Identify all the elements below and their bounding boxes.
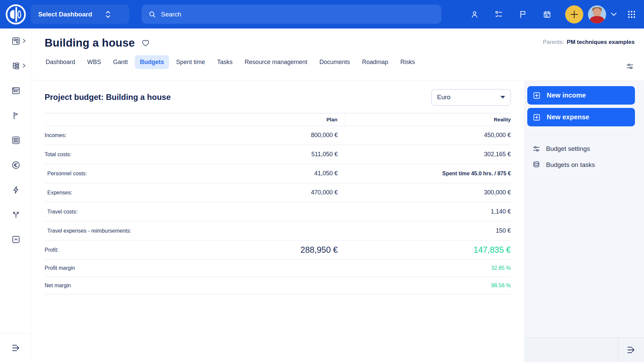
budget-row-profit: Profit:288,950 €147,835 € xyxy=(45,241,511,260)
archive-up-icon xyxy=(11,235,20,244)
sidebar-item-modules[interactable] xyxy=(0,128,32,153)
panel-footer xyxy=(524,337,644,362)
search-icon xyxy=(148,10,156,18)
budget-row-expenses: Expenses:470,000 €300,000 € xyxy=(45,183,511,202)
collapse-panel-button[interactable] xyxy=(618,338,644,362)
reality-value: 302,165 € xyxy=(345,151,511,158)
budget-settings-link[interactable]: Budget settings xyxy=(527,141,635,157)
plan-value: 800,000 € xyxy=(194,132,345,139)
tab-budgets[interactable]: Budgets xyxy=(135,55,169,69)
user-icon[interactable] xyxy=(470,10,479,19)
new-income-label: New income xyxy=(547,92,586,99)
chevron-right-icon[interactable] xyxy=(22,63,26,68)
sliders-icon[interactable] xyxy=(626,62,634,71)
reality-value: 300,000 € xyxy=(345,189,511,196)
row-label: Travel expenses - reimbursements: xyxy=(45,228,194,234)
user-avatar[interactable] xyxy=(588,5,606,23)
tab-risks[interactable]: Risks xyxy=(395,55,420,69)
new-income-button[interactable]: New income xyxy=(527,86,635,105)
row-label: Personnel costs: xyxy=(45,171,194,177)
chevron-down-icon[interactable] xyxy=(611,12,617,16)
currency-select[interactable]: Euro xyxy=(431,89,511,106)
calendar-icon[interactable] xyxy=(543,10,551,19)
sliders-icon xyxy=(532,144,541,153)
tab-dashboard[interactable]: Dashboard xyxy=(41,55,80,69)
milestone-flag-icon xyxy=(11,111,20,120)
chevron-up-down-icon xyxy=(105,10,111,19)
chevron-right-icon[interactable] xyxy=(22,39,26,43)
budget-table: Plan Reality Incomes:800,000 €450,000 €T… xyxy=(45,113,511,295)
budget-row-travel-expenses-reimbursements: Travel expenses - reimbursements:150 € xyxy=(45,222,511,241)
row-label: Incomes: xyxy=(45,132,194,138)
reality-value: 450,000 € xyxy=(345,132,511,139)
sidebar-item-quick-actions-lightning[interactable] xyxy=(0,177,32,202)
modules-icon xyxy=(11,136,20,145)
left-sidebar xyxy=(0,28,32,362)
search-input[interactable] xyxy=(161,11,429,18)
column-header-reality: Reality xyxy=(345,117,511,123)
sidebar-item-project-window[interactable] xyxy=(0,78,32,103)
column-header-plan: Plan xyxy=(194,113,345,126)
tab-resource-management[interactable]: Resource management xyxy=(239,55,312,69)
budget-row-profit-margin: Profit margin32.85 % xyxy=(45,260,511,277)
project-header: Building a house Parents:PM techniques e… xyxy=(32,28,644,80)
tab-documents[interactable]: Documents xyxy=(314,55,355,69)
dashboard-icon xyxy=(11,37,20,46)
sidebar-item-wbs-tree[interactable] xyxy=(0,53,32,78)
expand-panel-icon xyxy=(626,345,637,355)
sidebar-item-milestone-flag[interactable] xyxy=(0,103,32,128)
select-dashboard-button[interactable]: Select Dashboard xyxy=(31,5,129,24)
heart-icon[interactable] xyxy=(141,39,150,47)
plan-value: 41,050 € xyxy=(194,170,345,177)
reality-value: 1,140 € xyxy=(345,208,511,215)
reality-value: 147,835 € xyxy=(345,245,511,255)
search-bar[interactable] xyxy=(142,5,441,24)
budget-heading: Project budget: Building a house xyxy=(45,93,171,102)
budgets-on-tasks-label: Budgets on tasks xyxy=(546,161,595,169)
plus-icon xyxy=(569,9,579,19)
budget-row-incomes: Incomes:800,000 €450,000 € xyxy=(45,126,511,145)
tab-tasks[interactable]: Tasks xyxy=(212,55,237,69)
tab-roadmap[interactable]: Roadmap xyxy=(357,55,393,69)
sidebar-item-dashboard[interactable] xyxy=(0,28,32,53)
project-window-icon xyxy=(11,86,20,95)
table-header-row: Plan Reality xyxy=(45,113,511,126)
budget-row-total-costs: Total costs:511,050 €302,165 € xyxy=(45,145,511,164)
reality-value: Spent time 45.0 hrs. / 875 € xyxy=(345,171,511,177)
parents-label: Parents: xyxy=(543,39,564,45)
sidebar-item-archive-up[interactable] xyxy=(0,227,32,252)
row-label: Profit margin xyxy=(45,265,194,271)
plan-value: 470,000 € xyxy=(194,189,345,196)
tab-spent-time[interactable]: Spent time xyxy=(171,55,210,69)
tasks-checklist-icon[interactable] xyxy=(494,10,503,19)
new-expense-label: New expense xyxy=(547,113,589,121)
expand-panel-icon[interactable] xyxy=(10,343,22,353)
flag-icon[interactable] xyxy=(519,10,527,19)
workflow-branch-icon xyxy=(11,210,20,219)
project-tabs: DashboardWBSGanttBudgetsSpent timeTasksR… xyxy=(40,55,644,69)
select-dashboard-label: Select Dashboard xyxy=(38,11,92,18)
plan-value: 511,050 € xyxy=(194,151,345,158)
plus-square-icon xyxy=(533,92,541,100)
database-icon xyxy=(532,161,541,169)
tab-gantt[interactable]: Gantt xyxy=(108,55,133,69)
sidebar-item-workflow-branch[interactable] xyxy=(0,202,32,227)
breadcrumb: Parents:PM techniques examples xyxy=(543,39,635,46)
new-expense-button[interactable]: New expense xyxy=(527,108,635,126)
money-euro-icon xyxy=(11,161,20,170)
row-label: Total costs: xyxy=(45,152,194,158)
apps-grid-icon[interactable] xyxy=(627,10,636,19)
sidebar-item-money-euro[interactable] xyxy=(0,153,32,177)
reality-value: 98.56 % xyxy=(345,283,511,289)
budget-side-panel: New income New expense Budget settings B… xyxy=(524,81,644,362)
tab-wbs[interactable]: WBS xyxy=(82,55,106,69)
reality-value: 32.85 % xyxy=(345,265,511,271)
row-label: Travel costs: xyxy=(45,209,194,215)
page-title: Building a house xyxy=(45,37,135,49)
budget-card: Project budget: Building a house Euro Pl… xyxy=(32,81,524,362)
plan-value: 288,950 € xyxy=(194,245,345,255)
app-logo[interactable] xyxy=(6,4,26,24)
parents-value[interactable]: PM techniques examples xyxy=(567,39,635,45)
budgets-on-tasks-link[interactable]: Budgets on tasks xyxy=(527,157,635,173)
quick-add-button[interactable] xyxy=(565,5,583,23)
